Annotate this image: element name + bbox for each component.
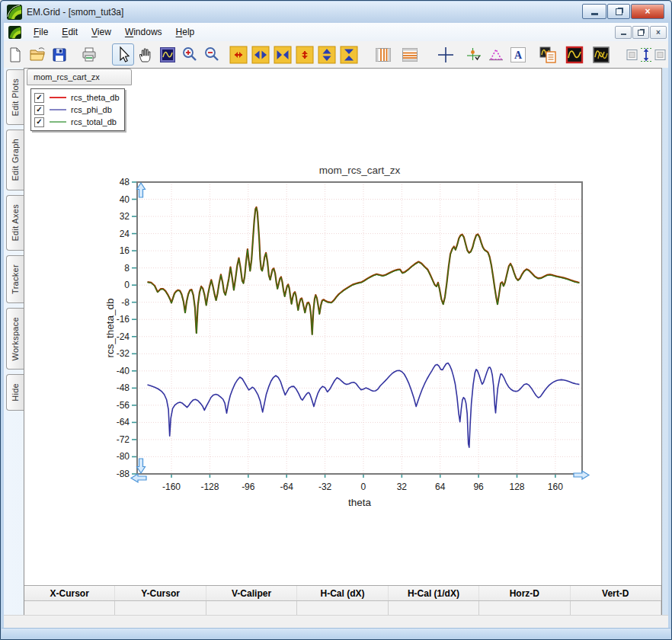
minimize-button[interactable]	[582, 4, 606, 19]
caliper-button[interactable]	[485, 43, 507, 66]
readout-value	[115, 601, 206, 615]
sidebar-tab-label: Hide	[11, 383, 20, 402]
mdi-restore-button[interactable]	[632, 26, 649, 39]
open-button[interactable]	[26, 43, 48, 66]
sidebar-tab-hide[interactable]: Hide	[6, 374, 24, 411]
tracker-icon	[465, 46, 483, 64]
readout-value	[24, 601, 115, 615]
readout-header-v-caliper: V-Caliper	[206, 586, 297, 600]
x-tick-label: 64	[435, 482, 446, 492]
y-tick-label: -24	[117, 331, 130, 342]
expand-y-button[interactable]	[293, 43, 315, 66]
readout-header-vert-d: Vert-D	[571, 586, 661, 600]
shrink-x-button[interactable]	[249, 43, 271, 66]
zoom-in-button[interactable]	[178, 43, 200, 66]
document-logo-icon	[8, 26, 21, 39]
title-bar[interactable]: EM.Grid - [smom_tut3a] ×	[2, 2, 670, 23]
menu-item-view[interactable]: View	[85, 24, 118, 40]
sidebar-tab-strip: Edit PlotsEdit GraphEdit AxesTrackerWork…	[4, 69, 24, 411]
graph-dark-icon	[592, 46, 610, 64]
legend-line-swatch	[50, 121, 66, 123]
sidebar-tab-label: Edit Axes	[11, 204, 20, 242]
chart-canvas[interactable]: 484032241680-8-16-24-32-40-48-56-64-72-8…	[24, 69, 661, 615]
open-folder-icon	[28, 46, 46, 64]
sidebar-tab-edit-axes[interactable]: Edit Axes	[6, 195, 24, 251]
legend-box[interactable]: ✓rcs_theta_db✓rcs_phi_db✓rcs_total_db	[30, 88, 125, 131]
mirror-y-button[interactable]	[338, 43, 360, 66]
sidebar-tab-edit-plots[interactable]: Edit Plots	[6, 69, 24, 125]
horizontal-gridlines-button[interactable]	[398, 43, 421, 66]
restore-button[interactable]	[607, 4, 630, 19]
save-icon	[50, 46, 69, 64]
zoom-out-button[interactable]	[200, 43, 222, 66]
shrink-y-button[interactable]	[315, 43, 338, 66]
y-tick-label: -64	[117, 417, 130, 427]
readout-value	[297, 601, 388, 615]
y-axis-label: rcs_theta_db	[104, 298, 116, 357]
new-file-button[interactable]	[4, 43, 26, 66]
sidebar-tab-label: Edit Plots	[11, 78, 20, 116]
h-mirror-icon	[274, 46, 292, 64]
y-tick-label: 32	[120, 211, 130, 222]
text-icon: A	[509, 46, 527, 64]
x-tick-label: -96	[242, 482, 255, 492]
tracker-button[interactable]	[462, 43, 485, 66]
menu-item-file[interactable]: File	[27, 24, 55, 40]
menu-item-help[interactable]: Help	[169, 24, 202, 40]
expand-x-button[interactable]	[227, 43, 249, 66]
zoom-region-button[interactable]	[156, 43, 178, 66]
app-window: EM.Grid - [smom_tut3a] × FileEditViewWin…	[0, 0, 672, 640]
vertical-gridlines-button[interactable]	[372, 43, 394, 66]
app-logo-icon	[7, 5, 22, 20]
tick-marks	[132, 182, 555, 478]
print-button[interactable]	[78, 43, 100, 66]
mdi-minimize-button[interactable]	[615, 26, 632, 39]
window-title: EM.Grid - [smom_tut3a]	[27, 7, 123, 18]
x-tick-label: 128	[509, 482, 524, 492]
tracker-readout-table: X-CursorY-CursorV-CaliperH-Cal (dX)H-Cal…	[24, 585, 661, 615]
legend-label: rcs_phi_db	[71, 105, 112, 114]
select-arrow-icon	[114, 46, 133, 64]
new-file-icon	[6, 46, 24, 64]
chart-title: mom_rcs_cart_zx	[319, 165, 401, 176]
mdi-close-button[interactable]: ×	[650, 26, 667, 39]
x-tick-label: 32	[397, 482, 408, 492]
pan-arrows[interactable]	[131, 183, 589, 482]
sidebar-tab-label: Workspace	[11, 317, 20, 361]
legend-checkbox[interactable]: ✓	[34, 105, 44, 115]
close-button[interactable]: ×	[631, 4, 664, 19]
mirror-x-button[interactable]	[271, 43, 293, 66]
save-button[interactable]	[48, 43, 70, 66]
y-tick-label: 48	[120, 177, 130, 187]
readout-value	[571, 601, 661, 615]
plot-properties-button[interactable]	[536, 43, 558, 66]
graph-style-button[interactable]	[563, 43, 585, 66]
legend-checkbox[interactable]: ✓	[34, 93, 44, 103]
sidebar-tab-label: Tracker	[11, 264, 20, 294]
h-expand-icon	[229, 46, 248, 64]
y-tick-label: -40	[117, 366, 130, 376]
sidebar-tab-workspace[interactable]: Workspace	[6, 308, 24, 370]
v-gridlines-icon	[374, 46, 392, 64]
crosshair-button[interactable]	[434, 43, 456, 66]
v-autofit-control[interactable]	[624, 43, 668, 66]
print-icon	[80, 46, 98, 64]
menu-item-windows[interactable]: Windows	[118, 24, 169, 40]
text-label-button[interactable]: A	[507, 43, 529, 66]
y-tick-label: 8	[124, 263, 130, 274]
select-tool-button[interactable]	[112, 43, 134, 66]
h-shrink-icon	[251, 46, 270, 64]
legend-checkbox[interactable]: ✓	[34, 117, 44, 127]
pan-down-arrow-icon	[137, 459, 146, 473]
multi-graph-button[interactable]	[590, 43, 612, 66]
x-tick-label: -32	[318, 482, 332, 492]
window-bottom-border	[2, 628, 670, 638]
x-tick-label: 0	[361, 482, 366, 492]
sidebar-tab-tracker[interactable]: Tracker	[6, 255, 24, 303]
y-tick-label: 24	[120, 229, 130, 239]
pan-hand-icon	[136, 46, 155, 64]
menu-item-edit[interactable]: Edit	[55, 24, 85, 40]
sidebar-tab-edit-graph[interactable]: Edit Graph	[6, 130, 24, 190]
pan-tool-button[interactable]	[134, 43, 156, 66]
readout-value	[389, 601, 479, 615]
